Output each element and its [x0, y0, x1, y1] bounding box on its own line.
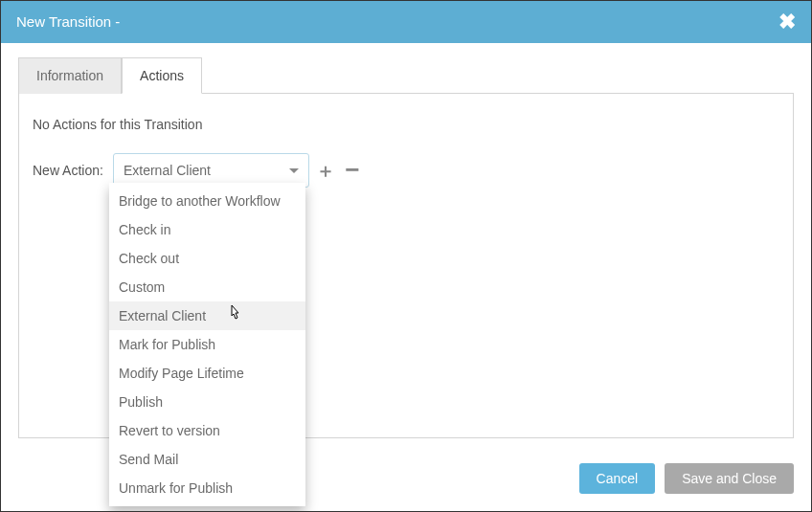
option-bridge-to-another-workflow[interactable]: Bridge to another Workflow — [109, 187, 305, 215]
option-send-mail[interactable]: Send Mail — [109, 445, 305, 474]
close-icon[interactable]: ✖ — [778, 11, 796, 33]
tab-bar: Information Actions — [18, 56, 794, 94]
chevron-down-icon — [289, 168, 299, 173]
option-check-in[interactable]: Check in — [109, 215, 305, 244]
option-check-out[interactable]: Check out — [109, 244, 305, 273]
titlebar: New Transition - ✖ — [1, 1, 811, 43]
pointer-cursor-icon — [227, 304, 242, 327]
empty-actions-message: No Actions for this Transition — [33, 117, 779, 132]
cancel-button[interactable]: Cancel — [579, 463, 656, 494]
option-revert-to-version[interactable]: Revert to version — [109, 416, 305, 445]
save-and-close-button[interactable]: Save and Close — [665, 463, 794, 494]
option-publish[interactable]: Publish — [109, 388, 305, 416]
dialog-title: New Transition - — [16, 1, 120, 43]
new-action-dropdown: Bridge to another Workflow Check in Chec… — [109, 183, 305, 506]
new-action-selected-value: External Client — [124, 163, 211, 178]
tab-information[interactable]: Information — [18, 57, 122, 94]
option-external-client[interactable]: External Client — [109, 301, 305, 330]
dialog-body: Information Actions No Actions for this … — [1, 43, 811, 505]
remove-action-icon[interactable]: − — [342, 157, 363, 182]
dialog: New Transition - ✖ Information Actions N… — [1, 1, 811, 511]
add-action-icon[interactable]: ＋ — [315, 161, 336, 180]
option-custom[interactable]: Custom — [109, 273, 305, 301]
new-action-label: New Action: — [33, 163, 103, 178]
option-modify-page-lifetime[interactable]: Modify Page Lifetime — [109, 359, 305, 388]
dialog-footer: Cancel Save and Close — [579, 463, 794, 494]
option-mark-for-publish[interactable]: Mark for Publish — [109, 330, 305, 359]
tab-actions[interactable]: Actions — [122, 57, 202, 94]
option-label: External Client — [119, 308, 206, 323]
option-unmark-for-publish[interactable]: Unmark for Publish — [109, 474, 305, 502]
